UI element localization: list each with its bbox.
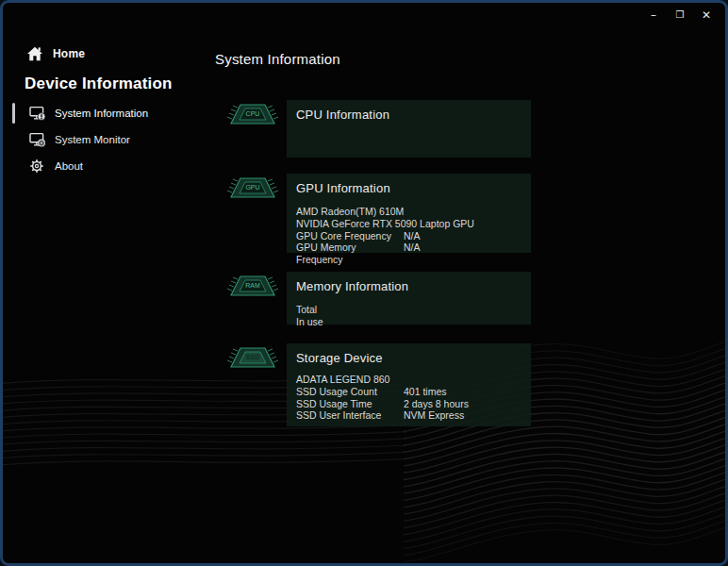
svg-text:GPU: GPU: [245, 184, 259, 191]
titlebar: – ❐ ✕: [3, 3, 725, 29]
sidebar-item-label: System Monitor: [55, 134, 130, 145]
cpu-information-card: CPU Information: [287, 100, 531, 158]
row-label: SSD User Interface: [296, 409, 404, 422]
monitor-info-icon: [29, 106, 46, 121]
sidebar-nav: System Information System Monitor: [3, 101, 212, 178]
row-value: N/A: [404, 241, 521, 266]
memory-information-card: Memory Information Total In use: [287, 272, 531, 325]
row-label: GPU Core Frequency: [296, 230, 404, 242]
sidebar-item-label: System Information: [55, 108, 148, 119]
cpu-chip-icon: CPU: [226, 99, 279, 129]
row-value: N/A: [404, 230, 521, 242]
ram-chip-icon: RAM: [226, 271, 279, 301]
sidebar-item-label: About: [55, 160, 83, 172]
gpu-information-card: GPU Information AMD Radeon(TM) 610M NVID…: [287, 174, 531, 253]
card-title: Memory Information: [296, 279, 521, 293]
sidebar-item-system-information[interactable]: System Information: [3, 101, 212, 125]
close-button[interactable]: ✕: [693, 5, 720, 25]
sidebar-item-about[interactable]: About: [3, 154, 212, 178]
row-label: SSD Usage Count: [296, 386, 404, 398]
window-controls: – ❐ ✕: [640, 5, 720, 25]
ssd-chip-icon: SSD: [226, 342, 279, 373]
active-indicator: [12, 103, 15, 124]
home-label: Home: [53, 47, 85, 60]
maximize-button[interactable]: ❐: [667, 5, 693, 25]
storage-model-line: ADATA LEGEND 860: [296, 374, 521, 386]
info-row: SSD User Interface NVM Express: [296, 409, 521, 422]
info-row: GPU Memory Frequency N/A: [296, 241, 521, 266]
page-title: System Information: [215, 51, 340, 67]
gpu-chip-icon: GPU: [226, 173, 279, 203]
home-icon: [26, 46, 43, 61]
monitor-gear-icon: [29, 132, 46, 147]
svg-text:RAM: RAM: [245, 282, 260, 289]
memory-inuse-label: In use: [296, 316, 521, 328]
memory-total-label: Total: [296, 304, 521, 316]
row-label: GPU Memory Frequency: [296, 241, 404, 266]
storage-device-card: Storage Device ADATA LEGEND 860 SSD Usag…: [287, 343, 531, 426]
section-title: Device Information: [3, 67, 212, 99]
minimize-button[interactable]: –: [640, 5, 667, 25]
row-value: 401 times: [404, 386, 521, 398]
row-label: SSD Usage Time: [296, 398, 404, 410]
gpu-name-line: AMD Radeon(TM) 610M: [296, 206, 521, 218]
info-row: GPU Core Frequency N/A: [296, 230, 521, 242]
card-title: Storage Device: [296, 351, 521, 365]
gear-icon: [29, 158, 46, 174]
sidebar: Home Device Information System Informati…: [3, 41, 212, 180]
app-window: – ❐ ✕ Home Device Information: [0, 0, 728, 566]
home-nav[interactable]: Home: [3, 41, 212, 67]
info-row: SSD Usage Time 2 days 8 hours: [296, 398, 521, 410]
sidebar-item-system-monitor[interactable]: System Monitor: [3, 127, 212, 152]
info-row: SSD Usage Count 401 times: [296, 386, 521, 398]
gpu-name-line: NVIDIA GeForce RTX 5090 Laptop GPU: [296, 218, 521, 230]
svg-text:SSD: SSD: [246, 354, 259, 360]
card-title: CPU Information: [296, 108, 521, 122]
card-title: GPU Information: [296, 181, 521, 195]
svg-text:CPU: CPU: [246, 110, 260, 117]
row-value: 2 days 8 hours: [404, 398, 521, 410]
row-value: NVM Express: [404, 409, 521, 422]
